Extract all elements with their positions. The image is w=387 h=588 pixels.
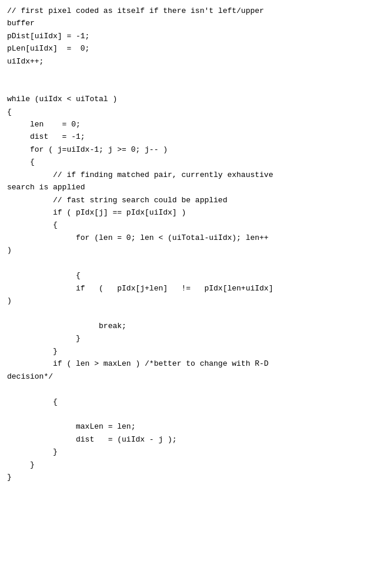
code-display: // first pixel coded as itself if there … [7, 5, 380, 484]
